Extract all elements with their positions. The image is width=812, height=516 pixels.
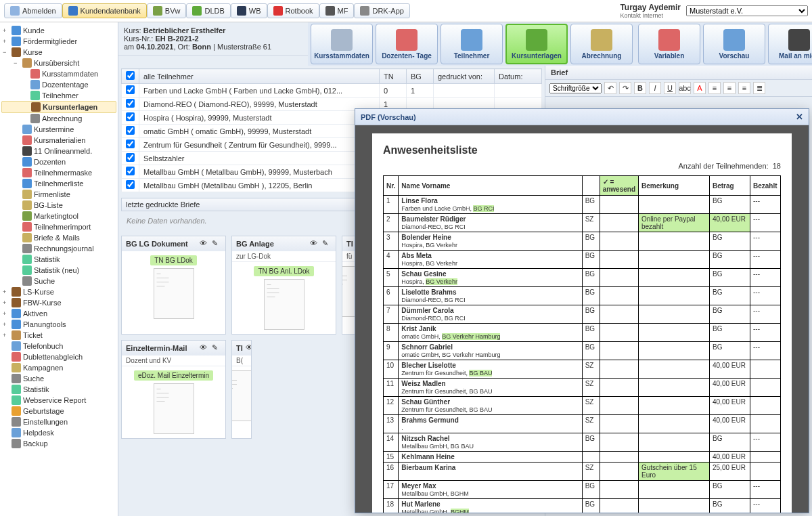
topbar-abmelden[interactable]: Abmelden xyxy=(4,3,62,18)
tab-dozententage[interactable]: Dozenten- Tage xyxy=(376,24,438,64)
doc-thumb[interactable]: ————————— xyxy=(264,279,304,330)
action-variablen[interactable]: Variablen xyxy=(638,24,700,64)
doc-card[interactable]: BG LG Dokument👁✎TN BG LDok————————— xyxy=(121,236,226,335)
doc-card[interactable]: Einzeltermin-Mail👁✎Dozent und KVeDoz. Ma… xyxy=(121,340,226,439)
row-checkbox[interactable] xyxy=(126,180,135,189)
topbar-bvw[interactable]: BVw xyxy=(147,3,187,18)
table-row[interactable]: Farben und Lacke GmbH ( Farben und Lacke… xyxy=(122,84,542,98)
tree-geburtstage[interactable]: Geburtstage xyxy=(1,406,116,416)
tree-kursunterlagen[interactable]: Kursunterlagen xyxy=(1,101,116,113)
eye-icon[interactable]: 👁 xyxy=(200,343,209,353)
tree-ticket[interactable]: +Ticket xyxy=(1,330,116,341)
close-icon[interactable]: ✕ xyxy=(796,112,803,122)
org-select[interactable]: Musterstadt e.V. xyxy=(686,5,808,16)
tree-einstellungen[interactable]: Einstellungen xyxy=(1,416,116,427)
expand-icon[interactable]: + xyxy=(3,288,9,295)
undo-button[interactable]: ↶ xyxy=(604,82,616,94)
tab-kursstammdaten[interactable]: Kursstammdaten xyxy=(311,24,373,64)
expand-icon[interactable]: + xyxy=(3,321,9,328)
tree-11-onlineanmeld-[interactable]: 11 Onlineanmeld. xyxy=(1,146,116,156)
tree-briefe-mails[interactable]: Briefe & Mails xyxy=(1,232,116,243)
topbar-rotbook[interactable]: Rotbook xyxy=(267,3,319,18)
fontcolor-button[interactable]: A xyxy=(694,82,706,94)
tree-kurse[interactable]: −Kurse xyxy=(1,47,116,58)
tree-telefonbuch[interactable]: Telefonbuch xyxy=(1,341,116,351)
tree-dozententage[interactable]: Dozententage xyxy=(1,79,116,90)
edit-icon[interactable]: ✎ xyxy=(322,239,332,249)
col-tn[interactable]: TN xyxy=(380,69,407,84)
expand-icon[interactable]: + xyxy=(3,38,9,45)
doc-card[interactable]: BG Anlage👁✎zur LG-DokTN BG Anl. LDok————… xyxy=(231,236,336,335)
col-date[interactable]: Datum: xyxy=(495,69,542,84)
tree-kursstammdaten[interactable]: Kursstammdaten xyxy=(1,68,116,79)
redo-button[interactable]: ↷ xyxy=(619,82,631,94)
tree-suche[interactable]: Suche xyxy=(1,276,116,286)
eye-icon[interactable]: 👁 xyxy=(310,239,319,249)
eye-icon[interactable]: 👁 xyxy=(200,239,209,249)
tree-bg-liste[interactable]: BG-Liste xyxy=(1,200,116,211)
select-all-checkbox[interactable] xyxy=(126,71,135,80)
tree-teilnehmermaske[interactable]: Teilnehmermaske xyxy=(1,167,116,178)
tree-suche[interactable]: Suche xyxy=(1,373,116,384)
tree-teilnehmer[interactable]: Teilnehmer xyxy=(1,90,116,101)
expand-icon[interactable]: + xyxy=(3,299,9,306)
tree-kunde[interactable]: +Kunde xyxy=(1,25,116,36)
expand-icon[interactable]: + xyxy=(3,27,9,34)
expand-icon[interactable]: − xyxy=(3,49,9,56)
edit-icon[interactable]: ✎ xyxy=(212,239,221,249)
tree-backup[interactable]: Backup xyxy=(1,438,116,449)
tree-kampagnen[interactable]: Kampagnen xyxy=(1,362,116,373)
tree-ls-kurse[interactable]: +LS-Kurse xyxy=(1,286,116,297)
row-checkbox[interactable] xyxy=(126,153,135,162)
bold-button[interactable]: B xyxy=(634,82,646,94)
align-center-button[interactable]: ≡ xyxy=(723,82,736,94)
expand-icon[interactable]: + xyxy=(3,310,9,317)
tree-teilnehmerimport[interactable]: Teilnehmerimport xyxy=(1,221,116,232)
row-checkbox[interactable] xyxy=(126,139,135,148)
tree-fbw-kurse[interactable]: +FBW-Kurse xyxy=(1,297,116,308)
row-checkbox[interactable] xyxy=(126,126,135,135)
expand-icon[interactable]: + xyxy=(3,332,9,339)
tree-rechnungsjournal[interactable]: Rechnungsjournal xyxy=(1,243,116,254)
tree-aktiven[interactable]: +Aktiven xyxy=(1,308,116,319)
row-checkbox[interactable] xyxy=(126,112,135,121)
doc-thumb[interactable]: ————————— xyxy=(154,268,194,319)
tree-abrechnung[interactable]: Abrechnung xyxy=(1,113,116,124)
align-right-button[interactable]: ≡ xyxy=(738,82,750,94)
topbar-drk-app[interactable]: DRK-App xyxy=(354,3,409,18)
underline-button[interactable]: U xyxy=(664,82,676,94)
tree-webservice-report[interactable]: Webservice Report xyxy=(1,395,116,406)
strike-button[interactable]: abc xyxy=(679,82,691,94)
pdf-titlebar[interactable]: PDF (Vorschau) ✕ xyxy=(355,109,809,125)
font-size-select[interactable]: Schriftgröße xyxy=(549,83,602,93)
topbar-dldb[interactable]: DLDB xyxy=(186,3,230,18)
tree-marketingtool[interactable]: Marketingtool xyxy=(1,211,116,221)
tree-kursmaterialien[interactable]: Kursmaterialien xyxy=(1,135,116,146)
action-vorschau[interactable]: Vorschau xyxy=(703,24,765,64)
tree-f-rdermitglieder[interactable]: +Fördermitglieder xyxy=(1,36,116,47)
col-printedby[interactable]: gedruckt von: xyxy=(434,69,495,84)
tree-statistik[interactable]: Statistik xyxy=(1,254,116,265)
align-left-button[interactable]: ≡ xyxy=(708,82,721,94)
tree-statistik-neu-[interactable]: Statistik (neu) xyxy=(1,265,116,276)
topbar-mf[interactable]: MF xyxy=(319,3,355,18)
doc-card[interactable]: TI👁✎B(————————— xyxy=(231,340,252,439)
tree-dublettenabgleich[interactable]: Dublettenabgleich xyxy=(1,351,116,362)
eye-icon[interactable]: 👁 xyxy=(246,343,252,353)
action-mailanmich[interactable]: Mail an mich xyxy=(768,24,812,64)
italic-button[interactable]: I xyxy=(649,82,661,94)
topbar-kundendatenbank[interactable]: Kundendatenbank xyxy=(62,3,147,18)
col-name[interactable]: alle Teilnehmer xyxy=(139,69,380,84)
doc-thumb[interactable]: ————————— xyxy=(231,370,252,421)
expand-icon[interactable]: − xyxy=(14,60,20,66)
tree-dozenten[interactable]: Dozenten xyxy=(1,156,116,167)
doc-thumb[interactable]: ————————— xyxy=(154,383,194,434)
tab-abrechnung[interactable]: Abrechnung xyxy=(570,24,633,64)
edit-icon[interactable]: ✎ xyxy=(212,343,221,353)
tree-firmenliste[interactable]: Firmenliste xyxy=(1,189,116,200)
row-checkbox[interactable] xyxy=(126,99,135,108)
tab-teilnehmer[interactable]: Teilnehmer xyxy=(441,24,503,64)
col-bg[interactable]: BG xyxy=(407,69,434,84)
row-checkbox[interactable] xyxy=(126,167,135,175)
list-button[interactable]: ≣ xyxy=(753,82,765,94)
